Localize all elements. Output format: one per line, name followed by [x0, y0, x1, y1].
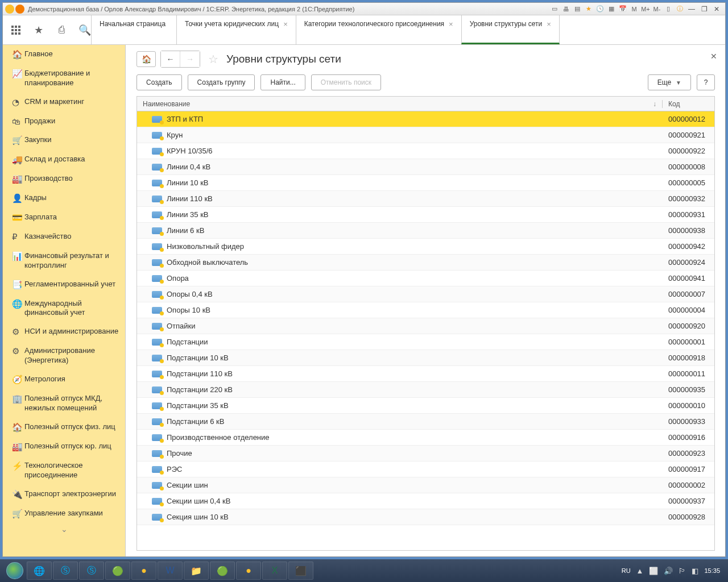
sidebar-item[interactable]: 🏢Полезный отпуск МКД, нежилых помещений — [3, 389, 125, 418]
create-button[interactable]: Создать — [136, 74, 182, 90]
tab[interactable]: Категории технологического присоединения… — [296, 15, 461, 44]
tray-icon[interactable]: ▲ — [636, 567, 644, 575]
table-row[interactable]: Опоры 10 кВ000000004 — [137, 302, 714, 318]
create-group-button[interactable]: Создать группу — [188, 74, 255, 90]
tray-icon[interactable]: ⬜ — [649, 567, 658, 575]
table-row[interactable]: КРУН 10/35/6000000922 — [137, 143, 714, 159]
start-button[interactable] — [3, 562, 26, 580]
sidebar-item[interactable]: 💳Зарплата — [3, 208, 125, 227]
task-item[interactable]: 🟢 — [210, 562, 235, 580]
sidebar-item[interactable]: 🚚Склад и доставка — [3, 150, 125, 169]
tray-icon[interactable]: ◧ — [692, 567, 698, 575]
page-star-icon[interactable]: ☆ — [208, 52, 218, 66]
sidebar-item[interactable]: 🏭Полезный отпуск юр. лиц — [3, 437, 125, 456]
tab[interactable]: Начальная страница — [91, 15, 176, 44]
table-row[interactable]: Опоры 0,4 кВ000000007 — [137, 286, 714, 302]
panel-icon[interactable]: ▯ — [663, 5, 673, 14]
forward-button[interactable]: → — [180, 51, 200, 67]
tool-icon[interactable]: ▭ — [549, 5, 560, 14]
sidebar-item[interactable]: 📊Финансовый результат и контроллинг — [3, 247, 125, 275]
table-row[interactable]: Отпайки000000920 — [137, 318, 714, 334]
sidebar-more-icon[interactable]: ⌄ — [3, 523, 125, 535]
volume-icon[interactable]: 🔊 — [664, 567, 673, 575]
sidebar-item[interactable]: 🏠Полезный отпуск физ. лиц — [3, 418, 125, 437]
sidebar-item[interactable]: 🏠Главное — [3, 45, 125, 64]
table-row[interactable]: Подстанции000000001 — [137, 334, 714, 350]
apps-icon[interactable] — [10, 23, 22, 37]
table-row[interactable]: Прочие000000923 — [137, 446, 714, 462]
task-item[interactable]: ● — [236, 562, 261, 580]
search-icon[interactable]: 🔍 — [78, 23, 91, 37]
table-row[interactable]: Опора000000941 — [137, 271, 714, 286]
sidebar-item[interactable]: 📑Регламентированный учет — [3, 275, 125, 294]
table-row[interactable]: Крун000000921 — [137, 127, 714, 143]
sidebar-item[interactable]: ⚙НСИ и администрирование — [3, 322, 125, 342]
sidebar-item[interactable]: 📈Бюджетирование и планирование — [3, 64, 125, 93]
sidebar-item[interactable]: 🧭Метрология — [3, 370, 125, 389]
mminus-button[interactable]: M- — [652, 5, 662, 14]
table-row[interactable]: Линии 10 кВ000000005 — [137, 175, 714, 191]
minimize-button[interactable]: — — [685, 5, 698, 14]
content-close-button[interactable]: ✕ — [710, 52, 717, 61]
sidebar-item[interactable]: 🏭Производство — [3, 169, 125, 189]
more-button[interactable]: Еще▼ — [648, 74, 691, 90]
table-row[interactable]: Секции шин 0,4 кВ000000937 — [137, 493, 714, 509]
sidebar-item[interactable]: 🛒Управление закупками — [3, 504, 125, 523]
table-row[interactable]: Подстанции 35 кВ000000010 — [137, 398, 714, 414]
help-button[interactable]: ? — [697, 74, 715, 90]
cancel-find-button[interactable]: Отменить поиск — [311, 74, 381, 90]
maximize-button[interactable]: ❐ — [698, 5, 710, 14]
tab-close-icon[interactable]: × — [449, 20, 453, 28]
task-item[interactable]: Ⓢ — [53, 562, 78, 580]
star-icon[interactable]: ★ — [32, 23, 45, 37]
sidebar-item[interactable]: 🔌Транспорт электроэнергии — [3, 485, 125, 504]
task-item[interactable]: 🌐 — [27, 562, 52, 580]
tab[interactable]: Уровни структуры сети× — [461, 15, 560, 44]
sidebar-item[interactable]: 🛒Закупки — [3, 131, 125, 150]
tab-close-icon[interactable]: × — [547, 20, 551, 28]
close-button[interactable]: ✕ — [710, 5, 723, 14]
task-item[interactable]: ⬛ — [288, 562, 313, 580]
table-row[interactable]: Секция шин 10 кВ000000928 — [137, 509, 714, 525]
sidebar-item[interactable]: ⚙Администрирование (Энергетика) — [3, 342, 125, 370]
clock[interactable]: 15:35 — [704, 567, 720, 574]
calc-icon[interactable]: ▦ — [606, 5, 617, 14]
column-name[interactable]: Наименование↓ — [137, 100, 662, 108]
flag-icon[interactable]: 🏳 — [679, 567, 686, 575]
table-row[interactable]: Подстанции 6 кВ000000933 — [137, 414, 714, 430]
table-row[interactable]: Обходной выключатель000000924 — [137, 255, 714, 271]
sidebar-item[interactable]: 👤Кадры — [3, 189, 125, 208]
table-row[interactable]: Подстанции 220 кВ000000935 — [137, 382, 714, 398]
task-item[interactable]: Ⓢ — [79, 562, 104, 580]
sidebar-item[interactable]: ◔CRM и маркетинг — [3, 93, 125, 112]
home-button[interactable]: 🏠 — [136, 51, 156, 67]
favorite-icon[interactable]: ★ — [584, 5, 594, 14]
back-button[interactable]: ← — [161, 51, 180, 67]
table-row[interactable]: Линии 35 кВ000000931 — [137, 207, 714, 223]
tab-close-icon[interactable]: × — [283, 20, 288, 28]
table-row[interactable]: Низковольтный фидер000000942 — [137, 239, 714, 255]
sidebar-item[interactable]: 🌐Международный финансовый учет — [3, 294, 125, 323]
sidebar-item[interactable]: ⚡Технологическое присоединение — [3, 456, 125, 485]
history-icon[interactable]: 🕓 — [595, 5, 605, 14]
task-item[interactable]: W — [158, 562, 183, 580]
print-icon[interactable]: 🖶 — [561, 5, 571, 14]
m-button[interactable]: M — [629, 5, 639, 14]
table-row[interactable]: Линии 110 кВ000000932 — [137, 191, 714, 207]
column-code[interactable]: Код — [662, 100, 714, 108]
table-row[interactable]: Производственное отделение000000916 — [137, 430, 714, 446]
grid-body[interactable]: ЗТП и КТП000000012Крун000000921КРУН 10/3… — [137, 111, 714, 550]
table-row[interactable]: Секции шин000000002 — [137, 477, 714, 493]
calendar-icon[interactable]: 📅 — [618, 5, 628, 14]
table-row[interactable]: Подстанции 110 кВ000000011 — [137, 366, 714, 382]
task-item[interactable]: ● — [131, 562, 156, 580]
language-indicator[interactable]: RU — [622, 567, 631, 574]
task-item[interactable]: 🟢 — [105, 562, 130, 580]
mplus-button[interactable]: M+ — [640, 5, 651, 14]
tab[interactable]: Точки учета юридических лиц× — [176, 15, 296, 44]
table-row[interactable]: РЭС000000917 — [137, 462, 714, 477]
info-icon[interactable]: ⓘ — [675, 5, 685, 14]
dropdown-icon[interactable] — [15, 5, 24, 14]
table-row[interactable]: Линии 0,4 кВ000000008 — [137, 159, 714, 175]
table-row[interactable]: Подстанции 10 кВ000000918 — [137, 350, 714, 366]
